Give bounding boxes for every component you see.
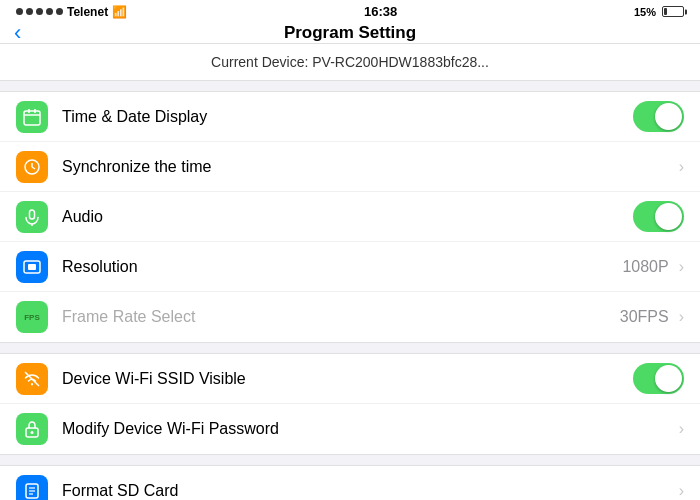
sync-time-icon — [16, 151, 48, 183]
device-label: Current Device: PV-RC200HDW1883bfc28... — [0, 44, 700, 81]
row-audio[interactable]: Audio — [0, 192, 700, 242]
frame-rate-icon: FPS — [16, 301, 48, 333]
page-title: Program Setting — [284, 23, 416, 43]
frame-rate-chevron: › — [679, 308, 684, 326]
svg-rect-7 — [30, 210, 35, 219]
svg-point-13 — [31, 431, 34, 434]
row-frame-rate[interactable]: FPS Frame Rate Select 30FPS › — [0, 292, 700, 342]
time-date-label: Time & Date Display — [62, 108, 633, 126]
resolution-label: Resolution — [62, 258, 622, 276]
frame-rate-value: 30FPS — [620, 308, 669, 326]
nav-bar: ‹ Program Setting — [0, 23, 700, 44]
format-sd-label: Format SD Card — [62, 482, 675, 500]
signal-dots — [16, 8, 63, 15]
svg-rect-10 — [28, 264, 36, 270]
svg-line-6 — [32, 167, 35, 169]
battery-percent: 15% — [634, 6, 656, 18]
time-date-icon — [16, 101, 48, 133]
format-sd-chevron: › — [679, 482, 684, 500]
frame-rate-label: Frame Rate Select — [62, 308, 620, 326]
audio-icon — [16, 201, 48, 233]
section-display-settings: Time & Date Display Synchronize the time… — [0, 91, 700, 343]
svg-rect-0 — [24, 111, 40, 125]
status-bar: Telenet 📶 16:38 15% — [0, 0, 700, 23]
wifi-pass-icon — [16, 413, 48, 445]
row-wifi-pass[interactable]: Modify Device Wi-Fi Password › — [0, 404, 700, 454]
row-sync-time[interactable]: Synchronize the time › — [0, 142, 700, 192]
section-wifi-settings: Device Wi-Fi SSID Visible Modify Device … — [0, 353, 700, 455]
status-left: Telenet 📶 — [16, 5, 127, 19]
time-date-toggle[interactable] — [633, 101, 684, 132]
battery-icon — [662, 6, 684, 17]
row-format-sd[interactable]: Format SD Card › — [0, 466, 700, 500]
back-button[interactable]: ‹ — [14, 20, 21, 46]
resolution-chevron: › — [679, 258, 684, 276]
wifi-ssid-icon — [16, 363, 48, 395]
wifi-icon: 📶 — [112, 5, 127, 19]
audio-toggle[interactable] — [633, 201, 684, 232]
wifi-ssid-label: Device Wi-Fi SSID Visible — [62, 370, 633, 388]
resolution-icon — [16, 251, 48, 283]
wifi-pass-label: Modify Device Wi-Fi Password — [62, 420, 675, 438]
format-sd-icon — [16, 475, 48, 501]
status-time: 16:38 — [364, 4, 397, 19]
row-time-date[interactable]: Time & Date Display — [0, 92, 700, 142]
audio-label: Audio — [62, 208, 633, 226]
wifi-pass-chevron: › — [679, 420, 684, 438]
resolution-value: 1080P — [622, 258, 668, 276]
sync-time-label: Synchronize the time — [62, 158, 675, 176]
section-storage-settings: Format SD Card › ℹ Storge info › — [0, 465, 700, 500]
sync-time-chevron: › — [679, 158, 684, 176]
carrier-label: Telenet — [67, 5, 108, 19]
row-resolution[interactable]: Resolution 1080P › — [0, 242, 700, 292]
wifi-ssid-toggle[interactable] — [633, 363, 684, 394]
row-wifi-ssid[interactable]: Device Wi-Fi SSID Visible — [0, 354, 700, 404]
status-right: 15% — [634, 6, 684, 18]
